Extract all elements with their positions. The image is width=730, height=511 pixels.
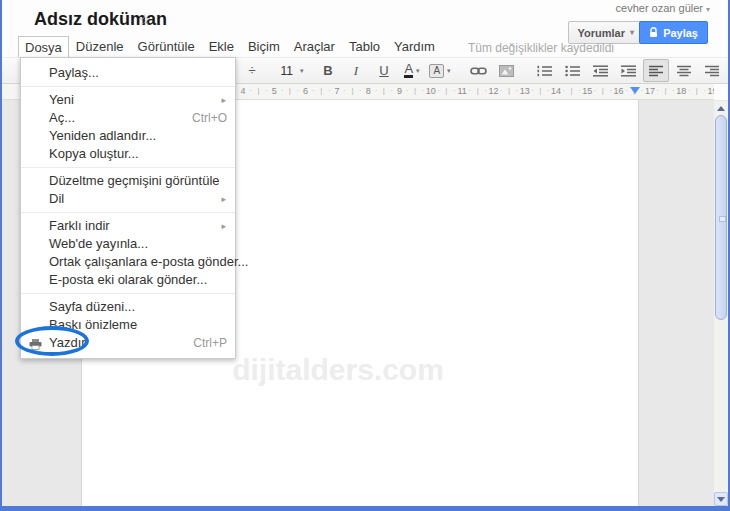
- menu-item-label: Yeni: [49, 92, 74, 107]
- align-right-icon: [705, 65, 719, 77]
- ruler-tick: ·: [422, 86, 425, 95]
- menubar-item-edit[interactable]: Düzenle: [69, 36, 131, 59]
- ruler-tick: ·: [312, 86, 315, 95]
- ruler-tick: |: [571, 86, 573, 95]
- menubar-item-file[interactable]: Dosya: [18, 36, 69, 59]
- menu-item-rename[interactable]: Yeniden adlandır...: [21, 127, 235, 145]
- bulleted-list-button[interactable]: [559, 59, 585, 82]
- ruler-tick: ·: [469, 86, 472, 95]
- file-menu-dropdown: Paylaş...Yeni▸Aç...Ctrl+OYeniden adlandı…: [20, 57, 236, 359]
- underline-icon: U: [379, 63, 388, 78]
- highlight-color-icon: A: [429, 64, 444, 78]
- scrollbar-grip-icon: [719, 216, 726, 222]
- align-right-button[interactable]: [699, 59, 725, 82]
- ruler-tick: ·: [500, 86, 503, 95]
- menu-item-language[interactable]: Dil▸: [21, 190, 235, 208]
- vertical-scrollbar[interactable]: [714, 101, 728, 506]
- ruler-tick: ·: [641, 86, 644, 95]
- increase-indent-icon: [621, 65, 636, 77]
- ruler-tick: ·: [343, 86, 346, 95]
- menubar-item-table[interactable]: Tablo: [342, 36, 387, 59]
- menubar-item-tools[interactable]: Araçlar: [287, 36, 342, 59]
- scroll-down-button[interactable]: [714, 492, 728, 506]
- menu-item-open[interactable]: Aç...Ctrl+O: [21, 109, 235, 127]
- header: Adsız doküman ☆ cevher ozan güler▾ Yorum…: [2, 0, 728, 38]
- ruler-tick: |: [258, 86, 260, 95]
- bold-button[interactable]: B: [315, 59, 341, 82]
- menu-item-label: Düzeltme geçmişini görüntüle: [49, 173, 220, 188]
- ruler-tick: ·: [328, 86, 331, 95]
- ruler-tick: |: [508, 86, 510, 95]
- menu-item-publish-to-web[interactable]: Web'de yayınla...: [21, 235, 235, 253]
- text-color-button[interactable]: A▾: [399, 59, 425, 82]
- ruler-number: 10: [426, 86, 436, 96]
- ruler-tick: ·: [672, 86, 675, 95]
- increase-indent-button[interactable]: [615, 59, 641, 82]
- ruler-tick: |: [351, 86, 353, 95]
- ruler-tick: |: [477, 86, 479, 95]
- lock-icon: [649, 27, 658, 38]
- image-icon: [499, 65, 514, 77]
- underline-button[interactable]: U: [371, 59, 397, 82]
- ruler-tick: |: [602, 86, 604, 95]
- font-size-dropdown[interactable]: 11 ▾: [277, 59, 303, 82]
- ruler-number: 16: [614, 86, 624, 96]
- chevron-down-icon: ▾: [447, 67, 451, 75]
- ruler-tick: ·: [359, 86, 362, 95]
- ruler-tick: ·: [562, 86, 565, 95]
- font-size-value: 11: [277, 64, 297, 78]
- insert-image-button[interactable]: [493, 59, 519, 82]
- align-center-button[interactable]: [671, 59, 697, 82]
- ruler-tick: ·: [265, 86, 268, 95]
- menubar-item-view[interactable]: Görüntüle: [131, 36, 202, 59]
- ruler-tick: ·: [547, 86, 550, 95]
- ruler-tick: |: [383, 86, 385, 95]
- insert-link-button[interactable]: [465, 59, 491, 82]
- ruler-number: 9: [397, 86, 402, 96]
- window-border-left: [0, 0, 2, 511]
- menubar-item-help[interactable]: Yardım: [387, 36, 442, 59]
- scroll-up-button[interactable]: [714, 101, 728, 115]
- ruler-tick: ·: [375, 86, 378, 95]
- ruler-tick: |: [664, 86, 666, 95]
- numbered-list-button[interactable]: [531, 59, 557, 82]
- menu-item-email-as-attachment[interactable]: E-posta eki olarak gönder...: [21, 271, 235, 289]
- ruler-number: 12: [488, 86, 498, 96]
- menubar-item-insert[interactable]: Ekle: [202, 36, 241, 59]
- ruler-tick: ·: [406, 86, 409, 95]
- bold-icon: B: [323, 63, 332, 78]
- menubar-items: DosyaDüzenleGörüntüleEkleBiçimAraçlarTab…: [18, 36, 442, 59]
- align-center-icon: [677, 65, 691, 77]
- menu-item-email-collaborators[interactable]: Ortak çalışanlara e-posta gönder...: [21, 253, 235, 271]
- scrollbar-thumb[interactable]: [715, 115, 727, 320]
- decrease-indent-button[interactable]: [587, 59, 613, 82]
- menu-item-page-setup[interactable]: Sayfa düzeni...: [21, 298, 235, 316]
- ruler-tick: |: [696, 86, 698, 95]
- menu-item-make-copy[interactable]: Kopya oluştur...: [21, 145, 235, 163]
- ruler-number: 5: [272, 86, 277, 96]
- ruler-number: 19: [707, 86, 714, 96]
- user-menu[interactable]: cevher ozan güler▾: [616, 2, 710, 14]
- partial-toolbar-icon[interactable]: ÷: [239, 59, 265, 82]
- menubar-item-format[interactable]: Biçim: [241, 36, 287, 59]
- star-icon[interactable]: ☆: [138, 11, 151, 29]
- menu-item-revision-history[interactable]: Düzeltme geçmişini görüntüle: [21, 172, 235, 190]
- italic-button[interactable]: I: [343, 59, 369, 82]
- ruler-number: 8: [366, 86, 371, 96]
- highlight-color-button[interactable]: A▾: [427, 59, 453, 82]
- text-color-icon: A: [404, 63, 413, 78]
- menu-separator: [21, 167, 235, 168]
- menu-item-label: E-posta eki olarak gönder...: [49, 272, 207, 287]
- menu-separator: [21, 212, 235, 213]
- align-left-button[interactable]: [643, 59, 669, 82]
- menu-item-new[interactable]: Yeni▸: [21, 91, 235, 109]
- ruler-tick: ·: [390, 86, 393, 95]
- menu-item-download-as[interactable]: Farklı indir▸: [21, 217, 235, 235]
- window-border-bottom: [0, 506, 730, 511]
- ruler-indent-marker[interactable]: [630, 87, 640, 94]
- ruler-number: 15: [582, 86, 592, 96]
- ruler-tick: ·: [296, 86, 299, 95]
- ruler-tick: ·: [594, 86, 597, 95]
- align-left-icon: [649, 65, 663, 77]
- menu-item-share[interactable]: Paylaş...: [21, 64, 235, 82]
